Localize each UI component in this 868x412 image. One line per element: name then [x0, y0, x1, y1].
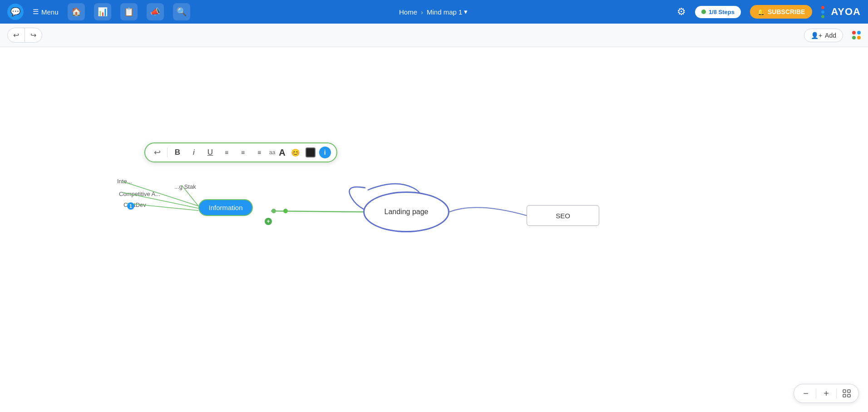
zoom-out-button[interactable]: −: [799, 387, 812, 400]
svg-rect-6: [848, 390, 850, 392]
undo-redo-group: ↩ ↪: [7, 28, 42, 43]
announce-button[interactable]: 📣: [147, 3, 164, 20]
bell-icon: 🔔: [757, 8, 765, 15]
home-breadcrumb[interactable]: Home: [399, 8, 417, 16]
activity-icon: 📊: [98, 7, 108, 17]
text-format-toolbar: ↩ B i U ≡ ≡ ≡ aa A 😊 i: [144, 142, 337, 162]
node-inte[interactable]: Inte...: [117, 178, 132, 185]
zoom-in-button[interactable]: +: [820, 387, 833, 400]
menu-button[interactable]: ☰ Menu: [33, 8, 59, 16]
notes-icon: 📋: [124, 7, 134, 17]
toolbar-row: ↩ ↪ 👤+ Add: [0, 24, 868, 47]
settings-button[interactable]: ⚙: [677, 6, 686, 18]
ayoa-dot-red: [821, 6, 824, 9]
mind-map-canvas: ↩ B i U ≡ ≡ ≡ aa A 😊 i Inte... ...g Stak…: [0, 47, 868, 412]
inte-label: Inte...: [117, 178, 132, 185]
align-center-button[interactable]: ≡: [237, 146, 249, 159]
steps-label: 1/8 Steps: [709, 9, 735, 15]
fmt-sep-1: [167, 147, 168, 157]
steps-button[interactable]: 1/8 Steps: [695, 6, 741, 18]
mindmap-breadcrumb[interactable]: Mind map 1 ▾: [427, 8, 468, 16]
seo-node[interactable]: SEO: [527, 205, 599, 226]
gear-icon: ⚙: [677, 6, 686, 17]
breadcrumb-arrow: ›: [421, 8, 423, 16]
undo-button[interactable]: ↩: [8, 28, 25, 42]
chat-button[interactable]: 💬: [7, 4, 24, 20]
activity-button[interactable]: 📊: [94, 3, 111, 20]
emoji-button[interactable]: 😊: [289, 146, 302, 159]
connector-dot-right: [283, 209, 288, 213]
top-navigation: 💬 ☰ Menu 🏠 📊 📋 📣 🔍 Home › Mind map 1 ▾ ⚙…: [0, 0, 868, 24]
subscribe-label: SUBSCRIBE: [768, 8, 805, 15]
competitive-label: Competitive A...: [119, 191, 160, 197]
dot-green: [852, 36, 856, 39]
add-label: Add: [825, 32, 836, 39]
ayoa-logo-area: AYOA: [821, 6, 861, 18]
ayoa-dots: [821, 6, 824, 18]
ayoa-dot-green: [821, 15, 824, 18]
connections-layer: [0, 47, 868, 412]
dot-blue: [857, 31, 861, 34]
zoom-fit-button[interactable]: [840, 387, 853, 400]
announce-icon: 📣: [150, 7, 160, 17]
home-button[interactable]: 🏠: [68, 3, 85, 20]
color-swatch[interactable]: [306, 147, 316, 157]
notes-button[interactable]: 📋: [120, 3, 138, 20]
ayoa-corner-dots: [847, 31, 861, 39]
align-left-button[interactable]: ≡: [220, 146, 233, 159]
subscribe-button[interactable]: 🔔 SUBSCRIBE: [750, 5, 812, 19]
dropdown-arrow-icon: ▾: [464, 8, 468, 16]
information-label: Information: [208, 204, 242, 211]
node-competitive[interactable]: Competitive A...: [119, 191, 160, 197]
small-a-label: aa: [269, 149, 275, 156]
add-button[interactable]: 👤+ Add: [804, 29, 843, 42]
home-icon: 🏠: [71, 7, 81, 17]
menu-label: Menu: [41, 8, 59, 16]
large-a-label: A: [279, 147, 285, 158]
underline-button[interactable]: U: [204, 146, 217, 159]
add-child-dot[interactable]: +: [265, 218, 272, 225]
svg-rect-7: [843, 394, 846, 397]
format-undo-button[interactable]: ↩: [151, 146, 163, 159]
steps-progress-dot: [701, 10, 706, 14]
svg-rect-8: [848, 394, 850, 397]
zoom-controls: − +: [794, 384, 859, 403]
connector-dot-left: [271, 209, 276, 213]
landing-page-label: Landing page: [385, 208, 429, 216]
fit-icon: [842, 389, 851, 398]
stak-label: ...g Stak: [174, 183, 196, 190]
dot-red: [852, 31, 856, 34]
add-person-icon: 👤+: [811, 32, 822, 39]
dot-orange: [857, 36, 861, 39]
node-badge: 1: [127, 202, 134, 210]
search-button[interactable]: 🔍: [173, 3, 190, 20]
redo-button[interactable]: ↪: [25, 28, 42, 42]
hamburger-icon: ☰: [33, 8, 39, 16]
align-right-button[interactable]: ≡: [253, 146, 266, 159]
landing-page-node[interactable]: Landing page: [363, 191, 449, 232]
seo-label: SEO: [556, 212, 570, 220]
mindmap-title: Mind map 1: [427, 8, 462, 16]
breadcrumb: Home › Mind map 1 ▾: [199, 8, 668, 16]
italic-button[interactable]: i: [187, 146, 200, 159]
zoom-sep2: [836, 388, 837, 398]
ayoa-logo: AYOA: [831, 6, 861, 18]
svg-rect-5: [843, 390, 846, 392]
bold-button[interactable]: B: [171, 146, 184, 159]
information-node[interactable]: Information: [198, 199, 253, 216]
ayoa-dot-blue: [821, 10, 824, 14]
search-icon: 🔍: [177, 7, 187, 17]
zoom-sep: [816, 388, 816, 398]
chat-icon: 💬: [10, 7, 20, 17]
info-button[interactable]: i: [319, 147, 331, 158]
node-stak[interactable]: ...g Stak: [174, 183, 196, 190]
